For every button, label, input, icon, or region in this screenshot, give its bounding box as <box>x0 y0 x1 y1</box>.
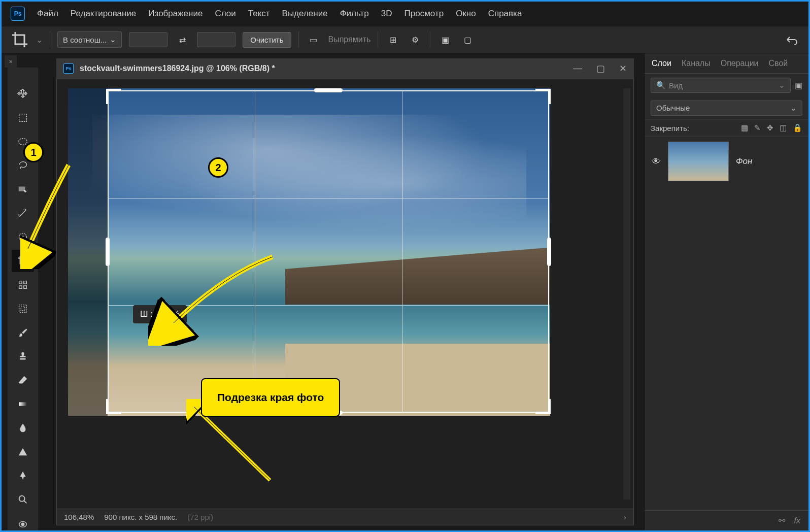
straighten-icon[interactable]: ▭ <box>306 32 321 47</box>
layer-item[interactable]: 👁 Фон <box>645 137 808 186</box>
move-tool[interactable] <box>12 83 34 105</box>
search-icon: 🔍 <box>656 81 666 90</box>
crop-width-input[interactable] <box>129 32 167 47</box>
menu-view[interactable]: Просмотр <box>404 9 444 19</box>
lock-crop-icon[interactable]: ◫ <box>780 123 787 132</box>
document-title: stockvault-swimmers186924.jpg @ 106% (RG… <box>80 64 275 73</box>
content-aware-icon[interactable]: ▢ <box>460 32 475 47</box>
svg-rect-0 <box>19 114 27 122</box>
menu-edit[interactable]: Редактирование <box>71 9 137 19</box>
tab-channels[interactable]: Каналы <box>682 59 711 68</box>
menu-filter[interactable]: Фильтр <box>340 9 369 19</box>
svg-rect-7 <box>19 402 27 406</box>
layer-thumbnail[interactable] <box>668 142 729 181</box>
svg-point-1 <box>19 139 27 145</box>
brush-tool[interactable] <box>12 321 34 344</box>
gradient-tool[interactable] <box>12 393 34 415</box>
document-body[interactable]: Ш : 91,4% 106,48% 900 пикс. x 598 пикс. … <box>56 79 634 525</box>
filter-icon[interactable]: ▣ <box>795 81 802 90</box>
blend-mode-dropdown[interactable]: Обычные⌄ <box>651 101 802 116</box>
grid-icon[interactable]: ⊞ <box>385 32 400 47</box>
ps-logo-icon: Ps <box>11 7 25 21</box>
zoom-tool[interactable] <box>12 488 34 511</box>
straighten-label[interactable]: Выпрямить <box>328 35 371 44</box>
delete-pixels-icon[interactable]: ▣ <box>437 32 453 47</box>
lock-all-icon[interactable]: 🔒 <box>793 123 802 132</box>
menubar: Ps Файл Редактирование Изображение Слои … <box>2 2 808 26</box>
lock-move-icon[interactable]: ✥ <box>767 123 773 132</box>
frame-tool[interactable] <box>12 297 34 320</box>
toolbar-collapse[interactable]: » <box>5 55 17 68</box>
menu-window[interactable]: Окно <box>456 9 476 19</box>
layer-name[interactable]: Фон <box>736 156 752 167</box>
crop-handle-left[interactable] <box>106 238 110 266</box>
doc-dimensions: 900 пикс. x 598 пикс. <box>104 513 177 521</box>
tool-indicator-crop-icon <box>11 30 29 49</box>
svg-line-12 <box>194 407 270 480</box>
annotation-marker-1: 1 <box>23 142 44 162</box>
doc-ppi: (72 ppi) <box>187 513 213 521</box>
chevron-down-icon[interactable]: ⌄ <box>36 35 43 45</box>
chevron-down-icon: ⌄ <box>110 35 116 44</box>
toolbar <box>8 68 38 532</box>
crop-handle-top[interactable] <box>314 88 343 92</box>
annotation-callout: Подрезка края фото <box>201 378 340 417</box>
swap-icon[interactable]: ⇄ <box>175 32 190 47</box>
crop-corner-br[interactable] <box>535 399 551 414</box>
menu-help[interactable]: Справка <box>488 9 522 19</box>
layer-search[interactable]: 🔍 Вид ⌄ <box>651 78 791 93</box>
pen-tool[interactable] <box>12 464 34 487</box>
vertical-scrollbar[interactable] <box>623 88 630 500</box>
crop-corner-tr[interactable] <box>535 89 551 104</box>
lock-paint-icon[interactable]: ✎ <box>754 123 761 132</box>
stamp-tool[interactable] <box>12 345 34 368</box>
fx-icon[interactable]: fx <box>794 516 800 525</box>
menu-image[interactable]: Изображение <box>148 9 203 19</box>
menu-text[interactable]: Текст <box>248 9 270 19</box>
clear-button[interactable]: Очистить <box>243 32 291 48</box>
annotation-marker-2: 2 <box>208 157 228 178</box>
annotation-arrow-2 <box>148 244 290 346</box>
ps-doc-icon: Ps <box>63 63 74 74</box>
crop-corner-bl[interactable] <box>106 399 121 414</box>
document-titlebar: Ps stockvault-swimmers186924.jpg @ 106% … <box>56 58 634 79</box>
tab-actions[interactable]: Операции <box>721 59 759 68</box>
svg-point-10 <box>21 523 24 526</box>
crop-corner-tl[interactable] <box>106 89 121 104</box>
menu-3d[interactable]: 3D <box>381 9 392 19</box>
maximize-icon[interactable]: ▢ <box>596 63 605 74</box>
minimize-icon[interactable]: — <box>573 63 582 74</box>
menu-layers[interactable]: Слои <box>215 9 235 19</box>
ratio-dropdown[interactable]: В соотнош...⌄ <box>57 31 122 48</box>
eraser-tool[interactable] <box>12 369 34 391</box>
hand-tool[interactable] <box>12 512 34 532</box>
link-icon[interactable]: ⚯ <box>779 516 785 525</box>
svg-point-8 <box>19 496 25 502</box>
marquee-tool[interactable] <box>12 107 34 129</box>
sampler-tool[interactable] <box>12 274 34 296</box>
crop-handle-right[interactable] <box>547 238 551 266</box>
blur-tool[interactable] <box>12 417 34 439</box>
menu-file[interactable]: Файл <box>37 9 58 19</box>
tab-properties[interactable]: Свой <box>769 59 788 68</box>
chevron-down-icon: ⌄ <box>790 104 797 113</box>
undo-icon[interactable] <box>784 32 799 47</box>
scroll-right-icon[interactable]: › <box>624 513 626 521</box>
triangle-tool[interactable] <box>12 441 34 463</box>
panels: Слои Каналы Операции Свой 🔍 Вид ⌄ ▣ Обыч… <box>644 53 808 530</box>
tab-layers[interactable]: Слои <box>652 59 671 68</box>
visibility-icon[interactable]: 👁 <box>652 156 661 167</box>
lock-transparency-icon[interactable]: ▦ <box>741 123 748 132</box>
zoom-level[interactable]: 106,48% <box>64 513 94 521</box>
svg-rect-5 <box>19 305 27 313</box>
svg-rect-6 <box>21 307 24 310</box>
canvas-area: Ps stockvault-swimmers186924.jpg @ 106% … <box>46 53 644 530</box>
close-icon[interactable]: ✕ <box>619 63 627 74</box>
annotation-arrow-1 <box>20 157 81 269</box>
chevron-down-icon: ⌄ <box>779 81 785 90</box>
panel-tabs: Слои Каналы Операции Свой <box>645 53 808 74</box>
gear-icon[interactable]: ⚙ <box>408 32 423 47</box>
menu-select[interactable]: Выделение <box>282 9 328 19</box>
crop-height-input[interactable] <box>197 32 235 47</box>
lock-label: Закрепить: <box>651 124 689 132</box>
